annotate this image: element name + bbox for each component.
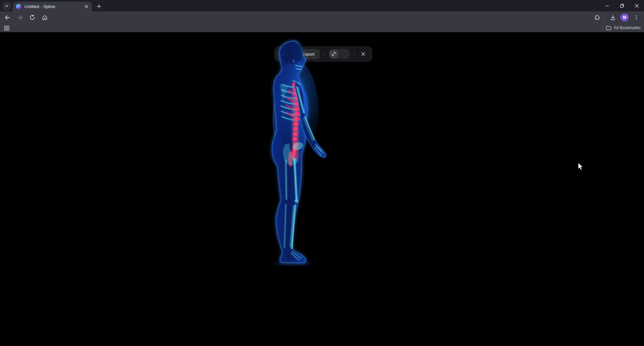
human-body-art	[262, 34, 356, 268]
window-close-button[interactable]	[629, 0, 644, 11]
download-icon	[610, 14, 616, 21]
chevron-down-icon	[5, 4, 9, 8]
minimize-icon	[605, 4, 609, 8]
spline-viewer-canvas[interactable]: Export	[0, 32, 644, 346]
plus-icon	[97, 4, 101, 9]
grid-icon	[4, 25, 9, 31]
window-minimize-button[interactable]	[600, 0, 614, 11]
window-controls	[600, 0, 644, 11]
apps-grid-button[interactable]	[3, 25, 10, 32]
browser-tab[interactable]: Untitled · Spline	[13, 2, 92, 11]
tab-strip: Untitled · Spline	[0, 0, 644, 11]
extensions-button[interactable]	[592, 13, 602, 22]
viewer-close-button[interactable]	[359, 50, 368, 58]
window-restore-button[interactable]	[614, 0, 629, 11]
browser-window: Untitled · Spline	[0, 0, 644, 346]
tab-close-button[interactable]	[83, 4, 89, 10]
spline-favicon-icon	[16, 4, 21, 9]
forward-icon	[17, 14, 23, 21]
all-bookmarks-label: All Bookmarks	[614, 25, 641, 30]
avatar-letter: M	[623, 15, 626, 20]
puzzle-icon	[594, 14, 600, 21]
toolbar-separator	[605, 15, 605, 20]
home-icon	[42, 14, 48, 21]
back-icon	[4, 14, 11, 21]
three-dots-icon	[634, 15, 639, 20]
browser-menu-button[interactable]	[632, 13, 641, 22]
close-icon	[85, 5, 88, 8]
human-anatomy-model[interactable]	[262, 34, 356, 268]
all-bookmarks-button[interactable]: All Bookmarks	[606, 25, 641, 31]
browser-toolbar: app.spline.design/file/95256a3a-a4ae-43f…	[0, 11, 644, 23]
back-button[interactable]	[3, 13, 11, 21]
forward-button[interactable]	[16, 13, 24, 21]
reload-button[interactable]	[28, 13, 36, 21]
tab-title: Untitled · Spline	[24, 4, 83, 9]
profile-avatar[interactable]: M	[621, 13, 629, 21]
home-button[interactable]	[41, 13, 49, 21]
mouse-cursor	[578, 163, 584, 171]
new-tab-button[interactable]	[95, 2, 103, 10]
restore-icon	[620, 4, 624, 8]
tab-search-button[interactable]	[2, 2, 11, 10]
close-icon	[361, 52, 366, 56]
downloads-button[interactable]	[608, 13, 618, 22]
bookmarks-bar: All Bookmarks	[0, 23, 644, 32]
close-icon	[635, 4, 639, 8]
reload-icon	[29, 14, 35, 20]
folder-icon	[606, 25, 611, 31]
bookmarks-separator	[602, 25, 603, 31]
